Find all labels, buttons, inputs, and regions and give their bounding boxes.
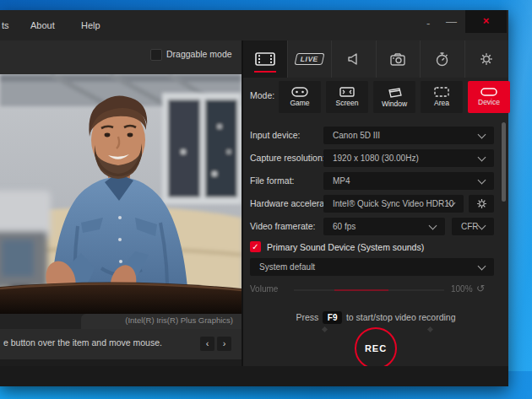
input-device-select[interactable]: Canon 5D III [323, 127, 494, 144]
primary-sound-checkbox[interactable]: ✓ [250, 241, 261, 252]
hint-key-f9: F9 [323, 311, 343, 324]
tray-minimize-icon[interactable]: - [426, 17, 430, 30]
preview-panel: Draggable mode [0, 40, 242, 386]
hint-press: Press [296, 312, 319, 322]
preview-header: Draggable mode [0, 40, 242, 74]
mode-row: Mode: Game Screen Win [243, 78, 508, 115]
draggable-mode-checkbox[interactable] [150, 49, 162, 61]
capture-resolution-select[interactable]: 1920 x 1080 (30.00Hz) [323, 149, 494, 167]
main-toolbar: LIVE [243, 40, 508, 78]
gamepad-icon [291, 87, 308, 97]
mode-game-label: Game [290, 99, 309, 107]
framerate-mode-value: CFR [461, 218, 479, 235]
file-format-select[interactable]: MP4 [323, 172, 494, 190]
video-framerate-label: Video framerate: [250, 221, 315, 231]
hint-rest: to start/stop video recording [346, 312, 456, 322]
rec-left-marker [322, 326, 328, 332]
volume-slider-fill [334, 289, 388, 291]
draggable-mode-label: Draggable mode [166, 49, 232, 59]
screen-icon [339, 87, 355, 97]
chevron-down-icon [429, 222, 437, 230]
window-icon [387, 87, 402, 98]
input-device-label: Input device: [250, 130, 301, 140]
prev-arrow-icon[interactable]: ‹ [200, 337, 214, 351]
capture-resolution-label: Capture resolution: [250, 153, 325, 163]
volume-label: Volume [250, 284, 278, 294]
camera-icon [390, 53, 405, 66]
framerate-mode-select[interactable]: CFR [452, 218, 494, 235]
rec-button[interactable]: REC [355, 327, 397, 369]
volume-row: Volume 100% ↺ [250, 282, 494, 299]
instruction-bar: e button over the item and move mouse. ‹… [0, 329, 242, 359]
instruction-text: e button over the item and move mouse. [3, 337, 162, 348]
sound-device-select[interactable]: System default [250, 258, 494, 276]
hardware-acceleration-settings-button[interactable] [469, 195, 494, 213]
gpu-info-text: (Intel(R) Iris(R) Plus Graphics) [125, 315, 233, 325]
settings-panel: LIVE [243, 40, 508, 366]
window-footer [0, 366, 508, 386]
gear-icon [476, 198, 487, 209]
mode-window-label: Window [382, 100, 407, 108]
video-preview[interactable] [0, 74, 242, 314]
hardware-acceleration-value: Intel® Quick Sync Video HDR10 [333, 195, 453, 213]
chevron-down-icon [478, 176, 486, 185]
chevron-down-icon [478, 262, 486, 271]
tab-screenshot[interactable] [377, 40, 421, 78]
film-icon [255, 52, 275, 66]
mode-label: Mode: [250, 90, 274, 100]
scrollbar-thumb[interactable] [502, 122, 506, 202]
file-format-label: File format: [250, 175, 295, 186]
tab-audio[interactable] [332, 40, 377, 78]
gpu-info-tab: (Intel(R) Iris(R) Plus Graphics) [81, 314, 242, 329]
mode-area-button[interactable]: Area [421, 81, 463, 113]
live-icon: LIVE [294, 53, 324, 65]
next-arrow-icon[interactable]: › [217, 337, 231, 351]
record-hint: Press F9 to start/stop video recording [243, 309, 508, 324]
mode-screen-button[interactable]: Screen [326, 81, 368, 113]
gear-icon [480, 52, 493, 66]
mode-game-button[interactable]: Game [279, 81, 321, 113]
tab-video-recording[interactable] [243, 40, 288, 78]
hardware-acceleration-select[interactable]: Intel® Quick Sync Video HDR10 [323, 195, 464, 213]
tab-settings[interactable] [465, 40, 509, 78]
tab-live[interactable]: LIVE [288, 40, 333, 78]
input-device-value: Canon 5D III [333, 127, 380, 144]
tab-timer[interactable] [421, 40, 465, 78]
preview-scene [0, 74, 242, 314]
mode-device-button[interactable]: Device [468, 81, 510, 113]
mode-window-button[interactable]: Window [373, 81, 415, 113]
chevron-down-icon [478, 131, 486, 139]
capture-resolution-value: 1920 x 1080 (30.00Hz) [333, 149, 419, 167]
volume-slider[interactable] [294, 289, 444, 291]
titlebar[interactable]: ts About Help - — × [0, 10, 508, 40]
rec-right-marker [427, 326, 433, 332]
volume-reset-icon[interactable]: ↺ [476, 283, 485, 294]
area-icon [434, 87, 449, 97]
desktop: { "titlebar": { "menu_fragment": "ts", "… [0, 0, 532, 399]
menu-item-help[interactable]: Help [81, 10, 100, 40]
file-format-value: MP4 [333, 172, 350, 190]
video-framerate-select[interactable]: 60 fps [323, 218, 445, 235]
menu-item-fragment[interactable]: ts [2, 10, 9, 40]
app-window: ts About Help - — × Draggable mode [0, 10, 508, 386]
video-framerate-value: 60 fps [333, 218, 356, 235]
mode-screen-label: Screen [336, 99, 359, 107]
chevron-down-icon [478, 222, 486, 230]
speaker-icon [347, 52, 361, 66]
menu-item-about[interactable]: About [30, 10, 55, 40]
chevron-down-icon [478, 154, 486, 162]
gpu-info-bar: (Intel(R) Iris(R) Plus Graphics) [0, 314, 242, 329]
volume-value: 100% [451, 284, 473, 294]
minimize-icon[interactable]: — [446, 15, 457, 28]
mode-area-label: Area [434, 99, 449, 107]
stopwatch-icon [436, 52, 448, 67]
close-icon[interactable]: × [465, 10, 507, 33]
device-icon [480, 88, 497, 96]
active-tab-underline [254, 71, 276, 73]
sound-device-value: System default [259, 258, 315, 276]
primary-sound-label: Primary Sound Device (System sounds) [267, 242, 424, 252]
mode-device-label: Device [478, 98, 500, 106]
